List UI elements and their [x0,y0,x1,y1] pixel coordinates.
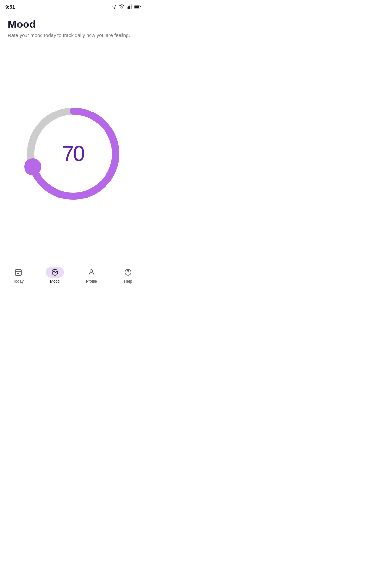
nav-item-help[interactable]: Help [110,267,146,284]
status-time: 9:51 [5,4,15,9]
wifi-icon [119,4,125,9]
svg-rect-0 [127,7,127,9]
svg-rect-6 [134,6,139,8]
battery-icon [134,5,141,9]
help-icon [124,268,132,276]
svg-point-14 [57,271,57,272]
profile-icon [88,268,95,276]
svg-rect-9 [15,270,21,275]
page-title: Mood [8,18,139,30]
status-bar: 9:51 [0,0,146,12]
profile-icon-wrap [82,267,101,278]
today-icon [14,268,22,276]
nav-item-mood[interactable]: Mood [37,267,73,284]
svg-rect-3 [131,5,131,9]
main-content: Mood Rate your mood today to track daily… [0,12,146,263]
today-icon-wrap [9,267,27,278]
mood-value: 70 [62,142,84,166]
nav-item-profile[interactable]: Profile [73,267,110,284]
svg-rect-2 [129,6,130,9]
nav-item-today[interactable]: Today [0,267,37,284]
mood-icon-wrap [46,267,64,278]
status-icons [112,4,141,9]
sync-icon [112,4,117,9]
svg-point-15 [90,270,93,272]
svg-rect-1 [128,6,129,9]
signal-icon [127,4,132,9]
bottom-nav: Today Mood Profile [0,263,146,292]
nav-label-today: Today [13,279,24,284]
nav-label-help: Help [124,279,132,284]
svg-point-17 [128,274,128,274]
svg-rect-5 [140,6,141,7]
mood-icon [51,268,59,276]
nav-label-profile: Profile [86,279,97,284]
nav-label-mood: Mood [50,279,60,284]
mood-dial-container: 70 [8,44,139,263]
mood-dial-wrapper[interactable]: 70 [21,101,125,206]
help-icon-wrap [119,267,137,278]
page-subtitle: Rate your mood today to track daily how … [8,32,139,38]
